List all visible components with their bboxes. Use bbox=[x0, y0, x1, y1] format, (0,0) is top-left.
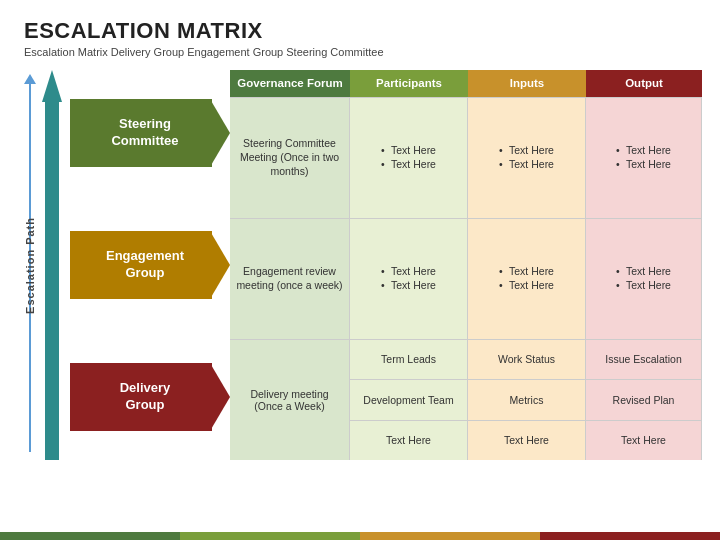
delivery-sub-row-1: Term Leads Work Status Issue Escalation bbox=[350, 340, 702, 380]
steering-governance-text: Steering Committee Meeting (Once in two … bbox=[235, 137, 344, 178]
delivery-sub1-out-text: Issue Escalation bbox=[605, 353, 681, 366]
bottom-bar-red bbox=[540, 532, 720, 540]
table-area: Governance Forum Participants Inputs Out… bbox=[230, 70, 702, 460]
engagement-governance: Engagement review meeting (once a week) bbox=[230, 219, 350, 339]
delivery-sub1-part-text: Term Leads bbox=[381, 353, 436, 366]
escalation-path: Escalation Path bbox=[24, 70, 36, 460]
engagement-output: Text Here Text Here bbox=[586, 219, 702, 339]
teal-arrow-body bbox=[45, 100, 59, 460]
table-header: Governance Forum Participants Inputs Out… bbox=[230, 70, 702, 97]
delivery-sub3-out-text: Text Here bbox=[621, 434, 666, 447]
engagement-participant-1: Text Here bbox=[381, 265, 436, 279]
steering-row: Steering Committee Meeting (Once in two … bbox=[230, 97, 702, 218]
left-section: SteeringCommittee EngagementGroup Delive… bbox=[38, 70, 230, 460]
delivery-sub3-output: Text Here bbox=[586, 421, 702, 460]
steering-governance: Steering Committee Meeting (Once in two … bbox=[230, 98, 350, 218]
delivery-sub3-part-text: Text Here bbox=[386, 434, 431, 447]
bottom-bar-olive bbox=[180, 532, 360, 540]
delivery-sub1-output: Issue Escalation bbox=[586, 340, 702, 379]
engagement-inputs: Text Here Text Here bbox=[468, 219, 586, 339]
steering-label: SteeringCommittee bbox=[107, 116, 192, 150]
delivery-sub2-part-text: Development Team bbox=[363, 394, 453, 407]
steering-output: Text Here Text Here bbox=[586, 98, 702, 218]
steering-input-1: Text Here bbox=[499, 144, 554, 158]
delivery-chevron: DeliveryGroup bbox=[70, 363, 230, 431]
engagement-inputs-list: Text Here Text Here bbox=[499, 265, 554, 292]
steering-participants: Text Here Text Here bbox=[350, 98, 468, 218]
th-participants: Participants bbox=[350, 70, 468, 97]
delivery-sub-row-3: Text Here Text Here Text Here bbox=[350, 421, 702, 460]
delivery-sub3-inp-text: Text Here bbox=[504, 434, 549, 447]
delivery-sub2-inputs: Metrics bbox=[468, 380, 586, 419]
delivery-group-row-label: DeliveryGroup bbox=[70, 334, 230, 460]
engagement-participants-list: Text Here Text Here bbox=[381, 265, 436, 292]
delivery-sub1-inp-text: Work Status bbox=[498, 353, 555, 366]
engagement-group-row-label: EngagementGroup bbox=[70, 202, 230, 328]
delivery-sub-rows: Term Leads Work Status Issue Escalation bbox=[350, 340, 702, 460]
steering-participant-1: Text Here bbox=[381, 144, 436, 158]
page-title: ESCALATION MATRIX bbox=[24, 18, 696, 44]
delivery-sub3-inputs: Text Here bbox=[468, 421, 586, 460]
engagement-label: EngagementGroup bbox=[102, 248, 198, 282]
steering-input-2: Text Here bbox=[499, 158, 554, 172]
th-output: Output bbox=[586, 70, 702, 97]
teal-arrow bbox=[42, 70, 62, 460]
delivery-governance: Delivery meeting (Once a Week) bbox=[230, 340, 350, 460]
engagement-participants: Text Here Text Here bbox=[350, 219, 468, 339]
steering-participant-2: Text Here bbox=[381, 158, 436, 172]
engagement-participant-2: Text Here bbox=[381, 279, 436, 293]
row-labels: SteeringCommittee EngagementGroup Delive… bbox=[66, 70, 230, 460]
steering-output-1: Text Here bbox=[616, 144, 671, 158]
steering-participants-list: Text Here Text Here bbox=[381, 144, 436, 171]
engagement-input-1: Text Here bbox=[499, 265, 554, 279]
steering-output-2: Text Here bbox=[616, 158, 671, 172]
table-body: Steering Committee Meeting (Once in two … bbox=[230, 97, 702, 460]
bottom-bar bbox=[0, 532, 720, 540]
teal-arrow-tip bbox=[42, 70, 62, 102]
delivery-row: Delivery meeting (Once a Week) Term Lead… bbox=[230, 339, 702, 460]
delivery-sub3-participants: Text Here bbox=[350, 421, 468, 460]
delivery-sub2-inp-text: Metrics bbox=[510, 394, 544, 407]
steering-inputs: Text Here Text Here bbox=[468, 98, 586, 218]
bottom-bar-green bbox=[0, 532, 180, 540]
page: ESCALATION MATRIX Escalation Matrix Deli… bbox=[0, 0, 720, 540]
delivery-label: DeliveryGroup bbox=[116, 380, 185, 414]
engagement-input-2: Text Here bbox=[499, 279, 554, 293]
engagement-output-list: Text Here Text Here bbox=[616, 265, 671, 292]
engagement-chevron: EngagementGroup bbox=[70, 231, 230, 299]
engagement-governance-text: Engagement review meeting (once a week) bbox=[235, 265, 344, 292]
delivery-sub2-output: Revised Plan bbox=[586, 380, 702, 419]
engagement-output-1: Text Here bbox=[616, 265, 671, 279]
bottom-bar-orange bbox=[360, 532, 540, 540]
th-inputs: Inputs bbox=[468, 70, 586, 97]
delivery-sub2-out-text: Revised Plan bbox=[613, 394, 675, 407]
page-subtitle: Escalation Matrix Delivery Group Engagem… bbox=[24, 46, 696, 58]
th-governance-forum: Governance Forum bbox=[230, 70, 350, 97]
steering-chevron: SteeringCommittee bbox=[70, 99, 230, 167]
steering-inputs-list: Text Here Text Here bbox=[499, 144, 554, 171]
escalation-path-label: Escalation Path bbox=[24, 217, 36, 314]
delivery-sub1-participants: Term Leads bbox=[350, 340, 468, 379]
steering-output-list: Text Here Text Here bbox=[616, 144, 671, 171]
delivery-sub-row-2: Development Team Metrics Revised Plan bbox=[350, 380, 702, 420]
engagement-row: Engagement review meeting (once a week) … bbox=[230, 218, 702, 339]
steering-committee-row-label: SteeringCommittee bbox=[70, 70, 230, 196]
teal-arrow-container bbox=[38, 70, 66, 460]
main-area: Escalation Path SteeringCommittee bbox=[24, 70, 696, 460]
engagement-output-2: Text Here bbox=[616, 279, 671, 293]
delivery-sub1-inputs: Work Status bbox=[468, 340, 586, 379]
delivery-sub2-participants: Development Team bbox=[350, 380, 468, 419]
